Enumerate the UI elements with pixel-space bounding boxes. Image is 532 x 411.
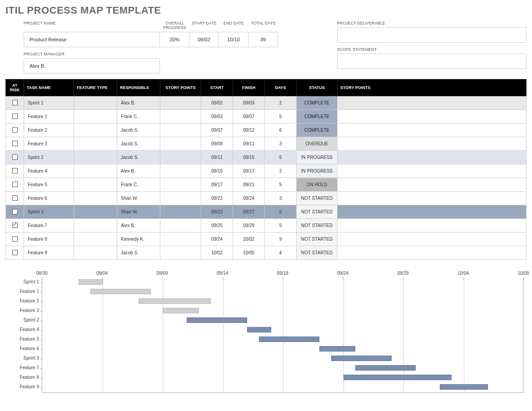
progress-value[interactable]: 20%	[160, 32, 189, 47]
pm-input[interactable]: Alex B.	[24, 58, 160, 74]
cell-finish[interactable]: 10/02	[233, 233, 265, 246]
cell-finish[interactable]: 09/27	[233, 205, 265, 219]
cell-storypoints-2[interactable]	[338, 246, 527, 260]
cell-storypoints[interactable]	[160, 205, 201, 219]
cell-storypoints[interactable]	[160, 124, 201, 137]
cell-finish[interactable]: 09/03	[233, 96, 265, 110]
cell-storypoints-2[interactable]	[338, 151, 527, 164]
cell-days[interactable]: 6	[265, 124, 297, 137]
cell-finish[interactable]: 09/11	[233, 137, 265, 151]
cell-storypoints-2[interactable]	[338, 192, 527, 205]
cell-responsible[interactable]: Jacob S.	[117, 246, 160, 260]
risk-checkbox[interactable]	[12, 182, 18, 187]
cell-task[interactable]: Feature 5	[24, 178, 74, 192]
cell-status[interactable]: IN PROGRESS	[297, 151, 338, 164]
cell-storypoints[interactable]	[160, 192, 201, 205]
cell-start[interactable]: 09/16	[201, 164, 233, 178]
cell-storypoints[interactable]	[160, 96, 201, 110]
cell-finish[interactable]: 09/12	[233, 124, 265, 137]
risk-checkbox[interactable]	[12, 100, 18, 105]
cell-task[interactable]: Sprint 2	[24, 151, 74, 164]
cell-storypoints-2[interactable]	[338, 110, 527, 124]
cell-start[interactable]: 09/11	[201, 151, 233, 164]
cell-feature[interactable]	[74, 96, 117, 110]
cell-storypoints-2[interactable]	[338, 219, 527, 233]
cell-task[interactable]: Feature 2	[24, 124, 74, 137]
cell-responsible[interactable]: Frank C.	[117, 178, 160, 192]
cell-status[interactable]: NOT STARTED	[297, 233, 338, 246]
cell-days[interactable]: 5	[265, 151, 297, 164]
cell-start[interactable]: 09/09	[201, 137, 233, 151]
cell-start[interactable]: 09/07	[201, 124, 233, 137]
project-name-input[interactable]: Product Release	[24, 32, 160, 47]
cell-feature[interactable]	[74, 124, 117, 137]
risk-checkbox[interactable]	[12, 236, 18, 242]
cell-storypoints-2[interactable]	[338, 124, 527, 137]
cell-finish[interactable]: 09/15	[233, 151, 265, 164]
cell-feature[interactable]	[74, 205, 117, 219]
cell-start[interactable]: 10/02	[201, 246, 233, 260]
cell-feature[interactable]	[74, 233, 117, 246]
total-days-value[interactable]: 39	[249, 32, 278, 47]
cell-start[interactable]: 09/22	[201, 192, 233, 205]
risk-checkbox[interactable]	[12, 250, 18, 255]
end-date-value[interactable]: 10/10	[219, 32, 249, 47]
cell-responsible[interactable]: Alex B.	[117, 164, 160, 178]
cell-storypoints[interactable]	[160, 246, 201, 260]
cell-task[interactable]: Feature 3	[24, 137, 74, 151]
cell-status[interactable]: ON HOLD	[297, 178, 338, 192]
cell-start[interactable]: 09/03	[201, 110, 233, 124]
cell-storypoints[interactable]	[160, 151, 201, 164]
cell-storypoints-2[interactable]	[338, 205, 527, 219]
cell-days[interactable]: 5	[265, 205, 297, 219]
cell-storypoints-2[interactable]	[338, 96, 527, 110]
cell-storypoints[interactable]	[160, 137, 201, 151]
cell-feature[interactable]	[74, 246, 117, 260]
cell-status[interactable]: IN PROGRESS	[297, 164, 338, 178]
cell-task[interactable]: Feature 8	[24, 233, 74, 246]
cell-responsible[interactable]: Alex B.	[117, 219, 160, 233]
cell-days[interactable]: 9	[265, 233, 297, 246]
cell-storypoints-2[interactable]	[338, 164, 527, 178]
cell-responsible[interactable]: Alex B.	[117, 96, 160, 110]
cell-days[interactable]: 5	[265, 178, 297, 192]
cell-finish[interactable]: 09/07	[233, 110, 265, 124]
cell-task[interactable]: Feature 6	[24, 192, 74, 205]
cell-status[interactable]: NOT STARTED	[297, 219, 338, 233]
cell-finish[interactable]: 09/29	[233, 219, 265, 233]
cell-status[interactable]: NOT STARTED	[297, 192, 338, 205]
cell-feature[interactable]	[74, 137, 117, 151]
risk-checkbox[interactable]	[12, 127, 18, 133]
cell-status[interactable]: NOT STARTED	[297, 246, 338, 260]
risk-checkbox[interactable]	[12, 223, 18, 228]
cell-status[interactable]: COMPLETE	[297, 110, 338, 124]
cell-storypoints[interactable]	[160, 110, 201, 124]
scope-input[interactable]	[337, 54, 527, 69]
cell-feature[interactable]	[74, 219, 117, 233]
cell-start[interactable]: 09/23	[201, 205, 233, 219]
risk-checkbox[interactable]	[12, 195, 18, 201]
cell-feature[interactable]	[74, 178, 117, 192]
cell-storypoints-2[interactable]	[338, 137, 527, 151]
cell-days[interactable]: 5	[265, 219, 297, 233]
cell-status[interactable]: NOT STARTED	[297, 205, 338, 219]
risk-checkbox[interactable]	[12, 154, 18, 160]
cell-days[interactable]: 2	[265, 96, 297, 110]
cell-start[interactable]: 09/25	[201, 219, 233, 233]
cell-start[interactable]: 09/24	[201, 233, 233, 246]
cell-feature[interactable]	[74, 164, 117, 178]
start-date-value[interactable]: 09/02	[189, 32, 219, 47]
cell-start[interactable]: 09/17	[201, 178, 233, 192]
cell-feature[interactable]	[74, 192, 117, 205]
cell-finish[interactable]: 09/17	[233, 164, 265, 178]
cell-days[interactable]: 5	[265, 110, 297, 124]
cell-feature[interactable]	[74, 110, 117, 124]
cell-task[interactable]: Sprint 3	[24, 205, 74, 219]
cell-finish[interactable]: 09/21	[233, 178, 265, 192]
cell-feature[interactable]	[74, 151, 117, 164]
cell-responsible[interactable]: Kennedy K.	[117, 233, 160, 246]
cell-storypoints[interactable]	[160, 178, 201, 192]
cell-days[interactable]: 4	[265, 246, 297, 260]
cell-storypoints[interactable]	[160, 233, 201, 246]
cell-task[interactable]: Feature 9	[24, 246, 74, 260]
